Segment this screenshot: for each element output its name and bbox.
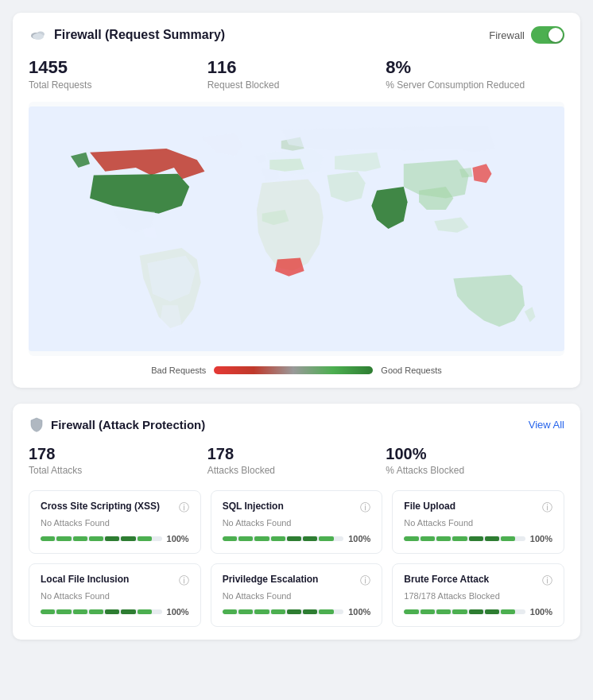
firewall-toggle-wrapper: Firewall <box>489 26 564 44</box>
brute-force-pct: 100% <box>530 607 552 617</box>
sql-pct: 100% <box>348 534 370 543</box>
total-attacks-stat: 178 Total Attacks <box>29 445 207 476</box>
firewall-summary-icon <box>29 25 48 44</box>
file-upload-sub: No Attacks Found <box>404 518 552 528</box>
lfi-progress-track <box>41 609 162 614</box>
total-attacks-label: Total Attacks <box>29 465 207 476</box>
firewall-toggle[interactable] <box>531 26 564 44</box>
request-blocked-label: Request Blocked <box>207 79 386 91</box>
server-consumption-stat: 8% % Server Consumption Reduced <box>386 57 564 91</box>
shield-icon <box>29 416 45 432</box>
priv-esc-progress-track <box>223 609 344 614</box>
total-requests-stat: 1455 Total Requests <box>29 57 207 91</box>
xss-sub: No Attacks Found <box>41 518 189 528</box>
good-requests-label: Good Requests <box>381 365 441 375</box>
attack-protection-card: Firewall (Attack Protection) View All 17… <box>13 404 580 640</box>
lfi-title: Local File Inclusion <box>41 574 129 586</box>
world-map-container <box>29 102 564 356</box>
attack-card-sql: SQL Injection ⓘ No Attacks Found 100% <box>211 490 383 554</box>
lfi-info-icon[interactable]: ⓘ <box>179 574 189 588</box>
attack-card-file-upload: File Upload ⓘ No Attacks Found 100% <box>392 490 564 554</box>
file-upload-pct: 100% <box>530 534 552 543</box>
attack-protection-header: Firewall (Attack Protection) View All <box>29 416 564 432</box>
attack-card-lfi: Local File Inclusion ⓘ No Attacks Found … <box>29 563 201 627</box>
view-all-link[interactable]: View All <box>529 419 564 431</box>
attacks-blocked-value: 178 <box>207 445 386 463</box>
priv-esc-info-icon[interactable]: ⓘ <box>360 574 370 588</box>
pct-attacks-blocked-label: % Attacks Blocked <box>386 465 564 476</box>
attacks-blocked-label: Attacks Blocked <box>207 465 386 476</box>
summary-card-header: Firewall (Request Summary) Firewall <box>29 25 564 44</box>
legend-gradient-bar <box>214 366 373 374</box>
brute-force-sub: 178/178 Attacks Blocked <box>404 591 552 601</box>
attack-protection-title: Firewall (Attack Protection) <box>29 416 205 432</box>
summary-stats-row: 1455 Total Requests 116 Request Blocked … <box>29 57 564 91</box>
total-requests-value: 1455 <box>29 57 207 78</box>
svg-point-2 <box>33 33 44 40</box>
request-blocked-stat: 116 Request Blocked <box>207 57 386 91</box>
server-consumption-label: % Server Consumption Reduced <box>386 79 564 91</box>
attack-card-xss: Cross Site Scripting (XSS) ⓘ No Attacks … <box>29 490 201 554</box>
xss-progress-track <box>41 536 162 541</box>
xss-title: Cross Site Scripting (XSS) <box>41 501 160 513</box>
map-legend: Bad Requests Good Requests <box>29 365 564 375</box>
sql-title: SQL Injection <box>223 501 284 513</box>
priv-esc-sub: No Attacks Found <box>223 591 371 601</box>
sql-sub: No Attacks Found <box>223 518 371 528</box>
xss-pct: 100% <box>167 534 189 543</box>
attack-cards-grid: Cross Site Scripting (XSS) ⓘ No Attacks … <box>29 490 564 627</box>
sql-progress-track <box>223 536 344 541</box>
lfi-pct: 100% <box>167 607 189 617</box>
attack-card-priv-esc: Priviledge Escalation ⓘ No Attacks Found… <box>211 563 383 627</box>
firewall-summary-card: Firewall (Request Summary) Firewall 1455… <box>13 13 580 388</box>
lfi-sub: No Attacks Found <box>41 591 189 601</box>
pct-attacks-blocked-stat: 100% % Attacks Blocked <box>386 445 564 476</box>
summary-title: Firewall (Request Summary) <box>29 25 225 44</box>
total-attacks-value: 178 <box>29 445 207 463</box>
priv-esc-pct: 100% <box>348 607 370 617</box>
xss-info-icon[interactable]: ⓘ <box>179 501 189 515</box>
bad-requests-label: Bad Requests <box>151 365 206 375</box>
brute-force-info-icon[interactable]: ⓘ <box>542 574 552 588</box>
attack-card-brute-force: Brute Force Attack ⓘ 178/178 Attacks Blo… <box>392 563 564 627</box>
file-upload-info-icon[interactable]: ⓘ <box>542 501 552 515</box>
brute-force-progress-track <box>404 609 525 614</box>
server-consumption-value: 8% <box>386 57 564 78</box>
toggle-label: Firewall <box>489 29 525 41</box>
total-requests-label: Total Requests <box>29 79 207 91</box>
pct-attacks-blocked-value: 100% <box>386 445 564 463</box>
request-blocked-value: 116 <box>207 57 386 78</box>
brute-force-title: Brute Force Attack <box>404 574 489 586</box>
world-map-svg <box>29 102 564 356</box>
file-upload-progress-track <box>404 536 525 541</box>
attack-stats-row: 178 Total Attacks 178 Attacks Blocked 10… <box>29 445 564 476</box>
priv-esc-title: Priviledge Escalation <box>223 574 319 586</box>
file-upload-title: File Upload <box>404 501 455 513</box>
attacks-blocked-stat: 178 Attacks Blocked <box>207 445 386 476</box>
sql-info-icon[interactable]: ⓘ <box>360 501 370 515</box>
